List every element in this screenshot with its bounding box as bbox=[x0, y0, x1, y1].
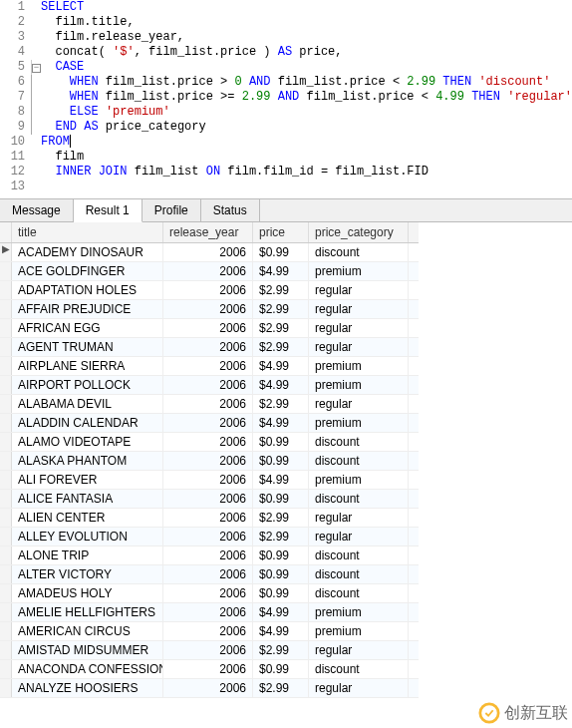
cell-title[interactable]: AFRICAN EGG bbox=[12, 319, 163, 337]
table-row[interactable]: ALASKA PHANTOM2006$0.99discount bbox=[0, 452, 419, 471]
cell-price[interactable]: $4.99 bbox=[253, 603, 309, 621]
cell-title[interactable]: AMADEUS HOLY bbox=[12, 584, 163, 602]
cell-title[interactable]: ADAPTATION HOLES bbox=[12, 281, 163, 299]
cell-price_category[interactable]: regular bbox=[309, 679, 409, 697]
table-row[interactable]: ALI FOREVER2006$4.99premium bbox=[0, 471, 419, 490]
table-row[interactable]: ACE GOLDFINGER2006$4.99premium bbox=[0, 262, 419, 281]
cell-price_category[interactable]: premium bbox=[309, 376, 409, 394]
table-row[interactable]: ALICE FANTASIA2006$0.99discount bbox=[0, 490, 419, 509]
code-line[interactable]: END AS price_category bbox=[41, 120, 572, 135]
col-header-price[interactable]: price bbox=[253, 222, 309, 242]
cell-release_year[interactable]: 2006 bbox=[163, 281, 253, 299]
cell-release_year[interactable]: 2006 bbox=[163, 414, 253, 432]
cell-price_category[interactable]: regular bbox=[309, 395, 409, 413]
cell-title[interactable]: AMISTAD MIDSUMMER bbox=[12, 641, 163, 659]
cell-release_year[interactable]: 2006 bbox=[163, 262, 253, 280]
cell-price[interactable]: $4.99 bbox=[253, 376, 309, 394]
cell-title[interactable]: ACADEMY DINOSAUR bbox=[12, 243, 163, 261]
table-row[interactable]: ALONE TRIP2006$0.99discount bbox=[0, 546, 419, 565]
cell-price_category[interactable]: discount bbox=[309, 565, 409, 583]
table-row[interactable]: AMADEUS HOLY2006$0.99discount bbox=[0, 584, 419, 603]
cell-title[interactable]: ALI FOREVER bbox=[12, 471, 163, 489]
table-row[interactable]: AGENT TRUMAN2006$2.99regular bbox=[0, 338, 419, 357]
cell-price_category[interactable]: discount bbox=[309, 433, 409, 451]
code-line[interactable]: INNER JOIN film_list ON film.film_id = f… bbox=[41, 165, 572, 180]
cell-price[interactable]: $2.99 bbox=[253, 509, 309, 527]
code-line[interactable]: WHEN film_list.price >= 2.99 AND film_li… bbox=[41, 90, 572, 105]
cell-price[interactable]: $0.99 bbox=[253, 433, 309, 451]
code-line[interactable] bbox=[41, 180, 572, 194]
cell-title[interactable]: ALIEN CENTER bbox=[12, 509, 163, 527]
tab-status[interactable]: Status bbox=[201, 199, 260, 221]
code-area[interactable]: SELECT film.title, film.release_year, co… bbox=[41, 0, 572, 194]
cell-price_category[interactable]: premium bbox=[309, 357, 409, 375]
cell-price[interactable]: $2.99 bbox=[253, 319, 309, 337]
cell-release_year[interactable]: 2006 bbox=[163, 471, 253, 489]
cell-price[interactable]: $2.99 bbox=[253, 281, 309, 299]
cell-price_category[interactable]: regular bbox=[309, 338, 409, 356]
table-row[interactable]: ALTER VICTORY2006$0.99discount bbox=[0, 565, 419, 584]
cell-price[interactable]: $2.99 bbox=[253, 338, 309, 356]
cell-price_category[interactable]: premium bbox=[309, 603, 409, 621]
table-row[interactable]: AIRPORT POLLOCK2006$4.99premium bbox=[0, 376, 419, 395]
cell-title[interactable]: AMELIE HELLFIGHTERS bbox=[12, 603, 163, 621]
cell-title[interactable]: ALABAMA DEVIL bbox=[12, 395, 163, 413]
cell-price_category[interactable]: discount bbox=[309, 243, 409, 261]
cell-price_category[interactable]: discount bbox=[309, 660, 409, 678]
cell-title[interactable]: ALICE FANTASIA bbox=[12, 490, 163, 508]
code-line[interactable]: WHEN film_list.price > 0 AND film_list.p… bbox=[41, 75, 572, 90]
cell-release_year[interactable]: 2006 bbox=[163, 679, 253, 697]
cell-price_category[interactable]: discount bbox=[309, 452, 409, 470]
cell-title[interactable]: AIRPORT POLLOCK bbox=[12, 376, 163, 394]
code-line[interactable]: film.release_year, bbox=[41, 30, 572, 45]
cell-price[interactable]: $0.99 bbox=[253, 660, 309, 678]
cell-title[interactable]: ANALYZE HOOSIERS bbox=[12, 679, 163, 697]
cell-release_year[interactable]: 2006 bbox=[163, 528, 253, 546]
cell-price[interactable]: $4.99 bbox=[253, 357, 309, 375]
cell-price[interactable]: $0.99 bbox=[253, 584, 309, 602]
cell-release_year[interactable]: 2006 bbox=[163, 452, 253, 470]
table-row[interactable]: ANALYZE HOOSIERS2006$2.99regular bbox=[0, 679, 419, 698]
cell-release_year[interactable]: 2006 bbox=[163, 338, 253, 356]
cell-title[interactable]: AGENT TRUMAN bbox=[12, 338, 163, 356]
code-line[interactable]: CASE bbox=[41, 60, 572, 75]
table-row[interactable]: ALIEN CENTER2006$2.99regular bbox=[0, 509, 419, 528]
cell-title[interactable]: ALAMO VIDEOTAPE bbox=[12, 433, 163, 451]
cell-release_year[interactable]: 2006 bbox=[163, 376, 253, 394]
cell-price_category[interactable]: regular bbox=[309, 528, 409, 546]
cell-price[interactable]: $2.99 bbox=[253, 679, 309, 697]
table-row[interactable]: AMELIE HELLFIGHTERS2006$4.99premium bbox=[0, 603, 419, 622]
cell-price_category[interactable]: regular bbox=[309, 509, 409, 527]
table-row[interactable]: ANACONDA CONFESSIONS2006$0.99discount bbox=[0, 660, 419, 679]
cell-release_year[interactable]: 2006 bbox=[163, 433, 253, 451]
code-line[interactable]: FROM bbox=[41, 135, 572, 150]
tab-profile[interactable]: Profile bbox=[143, 199, 201, 221]
table-row[interactable]: ALADDIN CALENDAR2006$4.99premium bbox=[0, 414, 419, 433]
cell-price_category[interactable]: premium bbox=[309, 622, 409, 640]
tab-message[interactable]: Message bbox=[0, 199, 74, 221]
cell-price[interactable]: $4.99 bbox=[253, 414, 309, 432]
cell-release_year[interactable]: 2006 bbox=[163, 490, 253, 508]
cell-price[interactable]: $0.99 bbox=[253, 546, 309, 564]
table-row[interactable]: ▶ACADEMY DINOSAUR2006$0.99discount bbox=[0, 243, 419, 262]
col-header-release-year[interactable]: release_year bbox=[163, 222, 253, 242]
cell-release_year[interactable]: 2006 bbox=[163, 660, 253, 678]
cell-price[interactable]: $2.99 bbox=[253, 641, 309, 659]
cell-price[interactable]: $2.99 bbox=[253, 528, 309, 546]
cell-release_year[interactable]: 2006 bbox=[163, 395, 253, 413]
cell-title[interactable]: ALTER VICTORY bbox=[12, 565, 163, 583]
cell-release_year[interactable]: 2006 bbox=[163, 584, 253, 602]
cell-title[interactable]: ALLEY EVOLUTION bbox=[12, 528, 163, 546]
cell-release_year[interactable]: 2006 bbox=[163, 357, 253, 375]
cell-title[interactable]: ALONE TRIP bbox=[12, 546, 163, 564]
cell-price[interactable]: $0.99 bbox=[253, 490, 309, 508]
cell-release_year[interactable]: 2006 bbox=[163, 300, 253, 318]
cell-title[interactable]: ALASKA PHANTOM bbox=[12, 452, 163, 470]
code-line[interactable]: film.title, bbox=[41, 15, 572, 30]
cell-price_category[interactable]: regular bbox=[309, 281, 409, 299]
cell-price[interactable]: $0.99 bbox=[253, 452, 309, 470]
table-row[interactable]: AFRICAN EGG2006$2.99regular bbox=[0, 319, 419, 338]
cell-release_year[interactable]: 2006 bbox=[163, 546, 253, 564]
result-grid[interactable]: title release_year price price_category … bbox=[0, 222, 419, 698]
cell-price_category[interactable]: discount bbox=[309, 546, 409, 564]
